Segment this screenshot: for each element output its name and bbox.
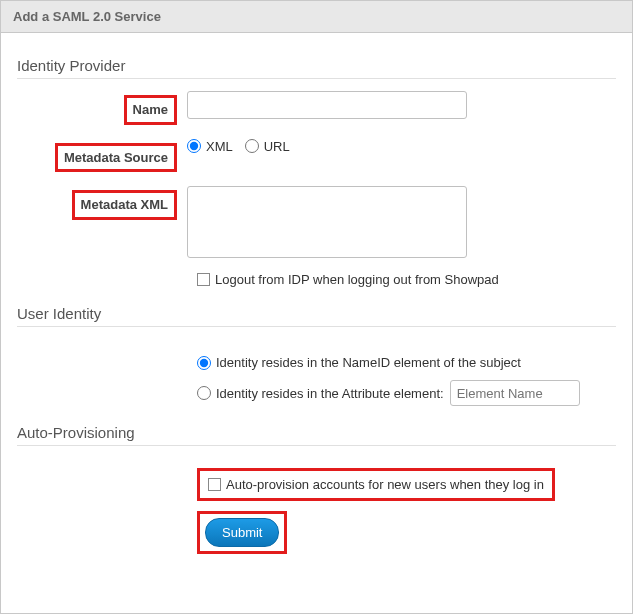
saml-service-dialog: Add a SAML 2.0 Service Identity Provider… [0, 0, 633, 614]
auto-provision-label: Auto-provision accounts for new users wh… [226, 477, 544, 492]
section-heading-auto-provisioning: Auto-Provisioning [17, 424, 616, 441]
logout-row: Logout from IDP when logging out from Sh… [17, 272, 616, 287]
auto-provision-checkbox[interactable] [208, 478, 221, 491]
label-col: Metadata XML [17, 186, 187, 220]
logout-checkbox[interactable] [197, 273, 210, 286]
label-col: Metadata Source [17, 139, 187, 173]
auto-provision-checkbox-item[interactable]: Auto-provision accounts for new users wh… [208, 477, 544, 492]
metadata-source-xml[interactable]: XML [187, 139, 233, 154]
logout-label: Logout from IDP when logging out from Sh… [215, 272, 499, 287]
auto-provision-highlight: Auto-provision accounts for new users wh… [197, 468, 555, 501]
name-label: Name [124, 95, 177, 125]
section-rule [17, 326, 616, 327]
section-rule [17, 445, 616, 446]
metadata-source-url-radio[interactable] [245, 139, 259, 153]
submit-button[interactable]: Submit [205, 518, 279, 547]
field-col: XML URL [187, 139, 616, 154]
field-col [187, 91, 616, 119]
metadata-source-url-label: URL [264, 139, 290, 154]
metadata-source-xml-radio[interactable] [187, 139, 201, 153]
metadata-source-url[interactable]: URL [245, 139, 290, 154]
user-identity-options: Identity resides in the NameID element o… [17, 339, 616, 406]
field-col [187, 186, 616, 258]
submit-highlight: Submit [197, 511, 287, 554]
section-heading-user-identity: User Identity [17, 305, 616, 322]
dialog-content: Identity Provider Name Metadata Source X… [1, 33, 632, 580]
row-name: Name [17, 91, 616, 125]
section-rule [17, 78, 616, 79]
metadata-xml-label: Metadata XML [72, 190, 177, 220]
row-metadata-xml: Metadata XML [17, 186, 616, 258]
section-heading-idp: Identity Provider [17, 57, 616, 74]
identity-nameid-radio[interactable] [197, 356, 211, 370]
metadata-source-label: Metadata Source [55, 143, 177, 173]
identity-attribute-radio[interactable] [197, 386, 211, 400]
attribute-element-name-input[interactable] [450, 380, 580, 406]
dialog-title: Add a SAML 2.0 Service [1, 1, 632, 33]
label-col: Name [17, 91, 187, 125]
identity-attribute-label: Identity resides in the Attribute elemen… [216, 386, 444, 401]
identity-attribute-option[interactable]: Identity resides in the Attribute elemen… [197, 386, 444, 401]
identity-nameid-option[interactable]: Identity resides in the NameID element o… [197, 355, 521, 370]
metadata-xml-textarea[interactable] [187, 186, 467, 258]
auto-provisioning-block: Auto-provision accounts for new users wh… [17, 458, 616, 554]
row-metadata-source: Metadata Source XML URL [17, 139, 616, 173]
logout-checkbox-item[interactable]: Logout from IDP when logging out from Sh… [197, 272, 499, 287]
metadata-source-xml-label: XML [206, 139, 233, 154]
identity-nameid-label: Identity resides in the NameID element o… [216, 355, 521, 370]
name-input[interactable] [187, 91, 467, 119]
